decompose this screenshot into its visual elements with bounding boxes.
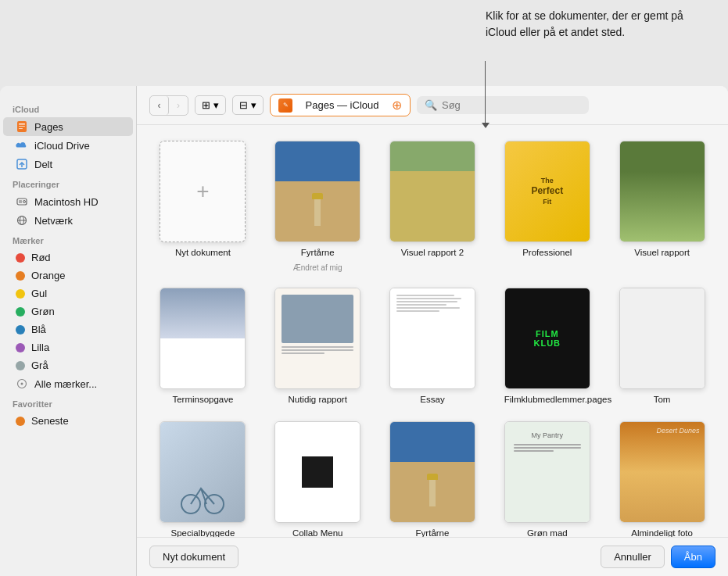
sidebar-item-orange[interactable]: Orange: [3, 267, 133, 284]
sidebar-item-yellow[interactable]: Gul: [3, 284, 133, 302]
grid-view-button[interactable]: ⊞ ▾: [195, 95, 226, 115]
sidebar-section-icloud: iCloud: [0, 98, 136, 117]
file-item-cykler[interactable]: Specialbyggede cykler.pages: [149, 421, 256, 537]
tooltip-text: Klik for at se dokumenter, der er gemt p…: [486, 9, 683, 38]
file-item-visuel-rapport2[interactable]: Visuel rapport 2: [379, 141, 486, 272]
pages-icon-small: ✎: [278, 98, 292, 113]
file-name-fyrtarne2: Fyrtårne: [416, 528, 450, 537]
sidebar-item-red[interactable]: Rød: [3, 249, 133, 267]
gray-dot: [16, 361, 25, 370]
sidebar-section-placeringer: Placeringer: [0, 174, 136, 192]
nav-buttons: ‹ ›: [149, 95, 188, 116]
list-icon: ⊟: [239, 99, 248, 111]
sidebar-label-green: Grøn: [31, 306, 55, 317]
file-item-essay[interactable]: Essay: [379, 288, 486, 406]
svg-rect-1: [19, 123, 25, 125]
open-button[interactable]: Åbn: [671, 546, 715, 568]
essay-thumb: [389, 288, 475, 389]
shared-icon: [16, 158, 28, 170]
sidebar-label-purple: Lilla: [31, 342, 49, 353]
file-name-collab: Collab Menu: [292, 528, 343, 537]
sidebar-item-purple[interactable]: Lilla: [3, 338, 133, 356]
location-selector[interactable]: ✎ Pages — iCloud ⊕: [270, 94, 411, 116]
search-box: 🔍: [417, 96, 589, 114]
fyrtarne2-thumb: [389, 421, 475, 523]
cykler-thumb: [160, 421, 246, 523]
sidebar-item-network[interactable]: Netværk: [3, 211, 133, 230]
file-subtitle-fyrtarne1: Ændret af mig: [293, 263, 342, 272]
sidebar-label-all-tags: Alle mærker...: [34, 378, 97, 390]
svg-rect-2: [19, 126, 25, 127]
new-document-button[interactable]: Nyt dokument: [149, 546, 238, 568]
file-item-almindeligt-foto[interactable]: Desert Dunes Almindeligt foto Ændret af …: [608, 421, 715, 537]
list-chevron: ▾: [251, 99, 256, 111]
groen-mad-thumb: My Pantry: [504, 421, 590, 523]
file-name-essay: Essay: [420, 394, 444, 406]
file-item-nutidig-rapport[interactable]: Nutidig rapport: [264, 288, 371, 406]
sidebar-item-all-tags[interactable]: Alle mærker...: [3, 374, 133, 393]
cancel-button[interactable]: Annuller: [601, 546, 665, 568]
file-grid: + Nyt dokument Fyrtårne Ændret af mig: [137, 125, 728, 537]
location-label: Pages — iCloud: [306, 99, 379, 111]
file-item-collab[interactable]: Collab Menu Ændret af AL: [264, 421, 371, 537]
professionel-thumb: The Perfect Fit: [504, 141, 590, 242]
sidebar-label-red: Rød: [31, 252, 51, 263]
forward-button[interactable]: ›: [169, 96, 188, 115]
svg-point-8: [23, 201, 26, 203]
search-input[interactable]: [442, 99, 581, 111]
new-doc-thumb: +: [160, 141, 246, 242]
sidebar-label-network: Netværk: [34, 215, 73, 227]
back-button[interactable]: ‹: [150, 96, 169, 115]
grid-icon: ⊞: [202, 99, 210, 111]
sidebar-item-recent[interactable]: Seneste: [3, 412, 133, 430]
terminsopgave-thumb: [160, 288, 246, 389]
file-name-fyrtarne1: Fyrtårne: [301, 247, 335, 259]
file-item-fyrtarne1[interactable]: Fyrtårne Ændret af mig: [264, 141, 371, 272]
file-item-groen-mad[interactable]: My Pantry Grøn mad: [493, 421, 601, 537]
sidebar-item-macintosh-hd[interactable]: Macintosh HD: [3, 192, 133, 211]
file-name-filmklub: Filmklubmedlemmer.pages: [504, 394, 590, 406]
file-item-filmklub[interactable]: FILMKLUB Filmklubmedlemmer.pages: [493, 288, 601, 406]
bottom-bar: Nyt dokument Annuller Åbn: [137, 537, 728, 576]
sidebar: iCloud Pages iCloud Drive: [0, 86, 137, 576]
file-name-visuel-rapport: Visuel rapport: [634, 247, 690, 259]
sidebar-item-blue[interactable]: Blå: [3, 320, 133, 338]
sidebar-label-yellow: Gul: [31, 288, 47, 299]
plus-icon: +: [196, 179, 209, 204]
file-item-tom[interactable]: Tom: [608, 288, 715, 406]
tooltip: Klik for at se dokumenter, der er gemt p…: [486, 8, 705, 41]
sidebar-label-pages: Pages: [34, 121, 63, 133]
grid-chevron: ▾: [213, 99, 219, 111]
main-content: ‹ › ⊞ ▾ ⊟ ▾ ✎ Pages — iCloud ⊕ 🔍: [137, 86, 728, 576]
file-name-professionel: Professionel: [522, 247, 572, 259]
sidebar-label-gray: Grå: [31, 360, 48, 371]
sidebar-item-green[interactable]: Grøn: [3, 302, 133, 320]
pages-icon: [16, 120, 28, 133]
file-item-visuel-rapport[interactable]: Visuel rapport: [608, 141, 715, 272]
file-name-visuel-rapport2: Visuel rapport 2: [401, 247, 464, 259]
svg-rect-7: [19, 200, 22, 203]
sidebar-item-pages[interactable]: Pages: [3, 117, 133, 136]
sidebar-label-shared: Delt: [34, 159, 52, 170]
yellow-dot: [16, 289, 25, 299]
sidebar-section-favoritter: Favoritter: [0, 393, 136, 412]
hd-icon: [16, 195, 28, 208]
collab-thumb: [274, 421, 360, 523]
sidebar-item-shared[interactable]: Delt: [3, 155, 133, 174]
blue-dot: [16, 325, 25, 335]
sidebar-label-icloud-drive: iCloud Drive: [34, 140, 90, 152]
file-item-new-doc[interactable]: + Nyt dokument: [149, 141, 256, 272]
file-item-fyrtarne2[interactable]: Fyrtårne: [379, 421, 486, 537]
network-icon: [16, 214, 28, 227]
sidebar-label-orange: Orange: [31, 270, 65, 281]
file-item-terminsopgave[interactable]: Terminsopgave: [149, 288, 256, 406]
sidebar-item-icloud-drive[interactable]: iCloud Drive: [3, 136, 133, 155]
recent-dot: [16, 417, 25, 426]
search-icon: 🔍: [425, 99, 437, 111]
file-item-professionel[interactable]: The Perfect Fit Professionel: [493, 141, 601, 272]
action-buttons: Annuller Åbn: [601, 546, 715, 568]
sidebar-item-gray[interactable]: Grå: [3, 356, 133, 374]
list-view-button[interactable]: ⊟ ▾: [232, 95, 264, 115]
file-name-groen-mad: Grøn mad: [527, 528, 568, 537]
sidebar-label-macintosh-hd: Macintosh HD: [34, 196, 99, 208]
